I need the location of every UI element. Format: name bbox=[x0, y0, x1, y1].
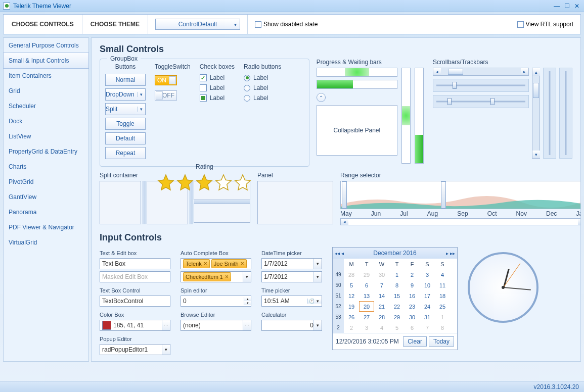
range-scrollbar[interactable]: ◂▸ bbox=[340, 218, 581, 225]
calendar-day[interactable]: 16 bbox=[405, 290, 420, 301]
sidebar-item-11[interactable]: Panorama bbox=[4, 205, 88, 220]
calendar-day[interactable]: 1 bbox=[435, 312, 450, 322]
show-disabled-checkbox[interactable] bbox=[255, 21, 261, 28]
vertical-range-trackbar[interactable] bbox=[559, 68, 572, 159]
calendar-day[interactable]: 20 bbox=[359, 301, 374, 312]
textbox-control-input[interactable]: TextBoxControl bbox=[100, 296, 170, 307]
close-button[interactable]: ✕ bbox=[573, 3, 581, 10]
maximize-button[interactable]: ☐ bbox=[563, 3, 571, 10]
tab-choose-controls[interactable]: CHOOSE CONTROLS bbox=[4, 15, 82, 34]
rating[interactable] bbox=[105, 173, 304, 191]
horizontal-scrollbar[interactable]: ◂▸ bbox=[433, 68, 529, 76]
calendar-day[interactable]: 8 bbox=[435, 322, 450, 333]
calendar-day[interactable]: 31 bbox=[420, 312, 435, 322]
checkbox-2[interactable] bbox=[200, 84, 207, 91]
theme-combo[interactable]: ControlDefault▾ bbox=[155, 19, 240, 30]
toggle-button[interactable]: Toggle bbox=[105, 118, 146, 130]
toggle-switch-on[interactable]: ON bbox=[155, 75, 177, 85]
calendar-day[interactable]: 5 bbox=[389, 322, 405, 333]
calendar-day[interactable]: 29 bbox=[359, 269, 374, 280]
calendar-day[interactable]: 23 bbox=[405, 301, 420, 312]
calendar-day[interactable]: 18 bbox=[435, 290, 450, 301]
popup-editor-input[interactable]: radPopupEditor1▾ bbox=[100, 344, 170, 355]
calendar-day[interactable]: 30 bbox=[374, 269, 389, 280]
calendar-day[interactable]: 28 bbox=[344, 269, 359, 280]
default-button[interactable]: Default bbox=[105, 132, 146, 144]
masked-edit-input[interactable]: Masked Edit Box bbox=[100, 271, 170, 282]
calendar-day[interactable]: 3 bbox=[359, 322, 374, 333]
normal-button[interactable]: Normal bbox=[105, 74, 146, 86]
calculator-input[interactable]: 0▾ bbox=[261, 320, 322, 331]
calendar-day[interactable]: 28 bbox=[374, 312, 389, 322]
sidebar-item-12[interactable]: PDF Viewer & Navigator bbox=[4, 220, 88, 235]
radio-1[interactable] bbox=[244, 75, 250, 81]
sidebar-item-2[interactable]: Item Containers bbox=[4, 68, 88, 83]
range-selector[interactable] bbox=[340, 181, 581, 209]
calendar-day[interactable]: 29 bbox=[389, 312, 405, 322]
calendar-day[interactable]: 22 bbox=[389, 301, 405, 312]
calendar[interactable]: ◂◂ ◂ December 2016 ▸ ▸▸ MTWTFSS492829301… bbox=[332, 247, 458, 350]
sidebar-item-8[interactable]: Charts bbox=[4, 159, 88, 174]
sidebar-item-3[interactable]: Grid bbox=[4, 83, 88, 99]
browse-editor[interactable]: (none)⋯ bbox=[181, 320, 251, 331]
time-picker[interactable]: 10:51 AM🕐▾ bbox=[261, 296, 322, 307]
calendar-day[interactable]: 5 bbox=[344, 280, 359, 290]
textbox-input[interactable]: Text Box bbox=[100, 258, 170, 269]
calendar-prev[interactable]: ◂◂ ◂ bbox=[335, 251, 344, 256]
sidebar-item-13[interactable]: VirtualGrid bbox=[4, 235, 88, 250]
calendar-day[interactable]: 14 bbox=[374, 290, 389, 301]
calendar-day[interactable]: 15 bbox=[389, 290, 405, 301]
vertical-trackbar[interactable] bbox=[543, 68, 556, 159]
sidebar-item-9[interactable]: PivotGrid bbox=[4, 174, 88, 189]
calendar-day[interactable]: 8 bbox=[389, 280, 405, 290]
horizontal-trackbar[interactable] bbox=[433, 79, 529, 92]
ellipsis-icon[interactable]: ⋯ bbox=[243, 320, 251, 330]
calendar-day[interactable]: 17 bbox=[420, 290, 435, 301]
calendar-day[interactable]: 1 bbox=[389, 269, 405, 280]
calendar-day[interactable]: 19 bbox=[344, 301, 359, 312]
repeat-button[interactable]: Repeat bbox=[105, 147, 146, 159]
calendar-day[interactable]: 10 bbox=[420, 280, 435, 290]
dropdown-button[interactable]: DropDown▾ bbox=[105, 88, 146, 101]
calendar-day[interactable]: 30 bbox=[405, 312, 420, 322]
datetime-picker-1[interactable]: 1/7/2012▾ bbox=[261, 258, 322, 269]
checkbox-3[interactable] bbox=[200, 94, 207, 102]
calendar-day[interactable]: 12 bbox=[344, 290, 359, 301]
toggle-switch-off[interactable]: OFF bbox=[155, 90, 177, 101]
calendar-today-button[interactable]: Today bbox=[429, 336, 454, 347]
calendar-day[interactable]: 3 bbox=[420, 269, 435, 280]
spin-editor[interactable]: 0▴▾ bbox=[181, 296, 251, 307]
vertical-scrollbar[interactable]: ▴▾ bbox=[532, 68, 540, 159]
calendar-day[interactable]: 7 bbox=[374, 280, 389, 290]
calendar-next[interactable]: ▸ ▸▸ bbox=[446, 251, 455, 256]
sidebar-item-6[interactable]: ListView bbox=[4, 129, 88, 144]
sidebar-item-0[interactable]: General Purpose Controls bbox=[4, 38, 88, 53]
sidebar-item-7[interactable]: PropertyGrid & DataEntry bbox=[4, 144, 88, 159]
colorbox-input[interactable]: 185, 41, 41⋯ bbox=[100, 320, 170, 331]
horizontal-range-trackbar[interactable] bbox=[433, 95, 529, 108]
calendar-day[interactable]: 7 bbox=[420, 322, 435, 333]
calendar-day[interactable]: 4 bbox=[374, 322, 389, 333]
radio-3[interactable] bbox=[244, 95, 250, 102]
autocomplete-1[interactable]: Telerik ×Joe Smith × bbox=[181, 258, 251, 269]
sidebar-item-10[interactable]: GanttView bbox=[4, 189, 88, 205]
calendar-day[interactable]: 11 bbox=[435, 280, 450, 290]
calendar-day[interactable]: 25 bbox=[435, 301, 450, 312]
calendar-day[interactable]: 2 bbox=[344, 322, 359, 333]
calendar-day[interactable]: 2 bbox=[405, 269, 420, 280]
calendar-day[interactable]: 9 bbox=[405, 280, 420, 290]
calendar-day[interactable]: 6 bbox=[405, 322, 420, 333]
autocomplete-2[interactable]: CheckedItem 1 ×▾ bbox=[181, 271, 251, 282]
calendar-day[interactable]: 13 bbox=[359, 290, 374, 301]
calendar-day[interactable]: 26 bbox=[344, 312, 359, 322]
calendar-day[interactable]: 27 bbox=[359, 312, 374, 322]
radio-2[interactable] bbox=[244, 85, 250, 91]
calendar-day[interactable]: 4 bbox=[435, 269, 450, 280]
minimize-button[interactable]: — bbox=[553, 3, 561, 10]
rtl-checkbox[interactable] bbox=[517, 21, 524, 28]
datetime-picker-2[interactable]: 1/7/2012▾ bbox=[261, 271, 322, 282]
sidebar-item-4[interactable]: Scheduler bbox=[4, 99, 88, 114]
sidebar-item-1[interactable]: Small & Input Controls bbox=[3, 53, 89, 69]
checkbox-1[interactable] bbox=[200, 74, 207, 81]
sidebar-item-5[interactable]: Dock bbox=[4, 114, 88, 129]
